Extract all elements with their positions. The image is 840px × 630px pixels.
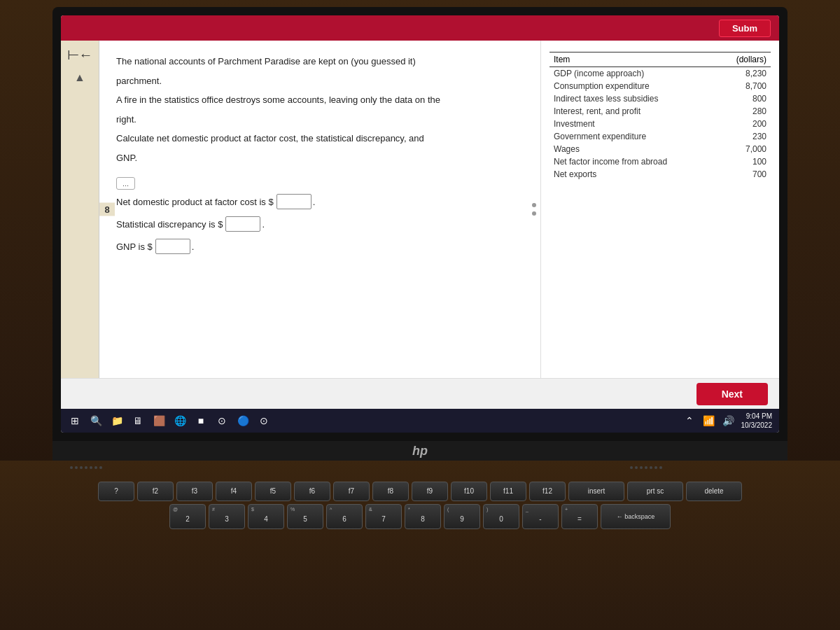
key-prtsc[interactable]: prt sc <box>627 482 683 501</box>
question-line1: The national accounts of Parchment Parad… <box>116 55 524 69</box>
table-row: Wages 7,000 <box>550 143 771 155</box>
key-f6[interactable]: f6 <box>294 482 330 501</box>
screen: Subm ⊢← ▲ 8 The national accounts of Par… <box>61 15 779 433</box>
taskbar-right: ⌃ 📶 🔊 9:04 PM 10/3/2022 <box>682 412 773 430</box>
table-row: Indirect taxes less subsidies 800 <box>550 92 771 105</box>
gnp-input-line: GNP is $ . <box>116 239 524 254</box>
grill-dot <box>654 466 657 469</box>
clock: 9:04 PM 10/3/2022 <box>741 412 773 430</box>
table-row: Consumption expenditure 8,700 <box>550 80 771 92</box>
key-caret-6[interactable]: ^ 6 <box>326 504 363 529</box>
volume-icon[interactable]: 🔊 <box>722 414 736 428</box>
submit-button[interactable]: Subm <box>719 20 771 37</box>
taskbar-icons: ⊞ 🔍 📁 🖥 🟫 🌐 ■ ⊙ 🔵 ⊙ <box>68 414 271 428</box>
key-rparen-0[interactable]: ) 0 <box>483 504 519 529</box>
fn-key-row: ? f2 f3 f4 f5 f6 f7 f8 f9 f10 f11 f12 in… <box>98 482 742 501</box>
app-icon-3[interactable]: 🌐 <box>173 414 187 428</box>
key-hash-3[interactable]: # 3 <box>209 504 245 529</box>
sd-input-line: Statistical discrepancy is $ . <box>116 216 524 232</box>
windows-icon[interactable]: ⊞ <box>68 414 82 428</box>
question-text: The national accounts of Parchment Parad… <box>116 55 524 164</box>
table-cell-value: 230 <box>718 130 771 143</box>
speaker-left <box>70 466 210 473</box>
app-icon-4[interactable]: ■ <box>194 414 208 428</box>
hp-logo-area: hp <box>52 441 788 461</box>
key-at-2[interactable]: @ 2 <box>169 504 206 529</box>
question-line6: GNP. <box>116 151 524 165</box>
speaker-right <box>630 466 770 473</box>
key-delete[interactable]: delete <box>686 482 742 501</box>
key-equals[interactable]: + = <box>561 504 598 529</box>
key-star-8[interactable]: * 8 <box>405 504 441 529</box>
key-f9[interactable]: f9 <box>412 482 448 501</box>
key-f4[interactable]: f4 <box>216 482 252 501</box>
next-button[interactable]: Next <box>696 383 768 405</box>
grill-dot <box>70 466 73 469</box>
ndp-label: Net domestic product at factor cost is $ <box>116 197 274 207</box>
key-f12[interactable]: f12 <box>529 482 566 501</box>
key-f2[interactable]: f2 <box>137 482 174 501</box>
app-icon-5[interactable]: ⊙ <box>215 414 229 428</box>
grill-dot <box>85 466 88 469</box>
table-cell-value: 200 <box>718 118 771 130</box>
table-cell-item: Net exports <box>550 168 718 181</box>
grill-dot <box>99 466 102 469</box>
grill-dot <box>630 466 633 469</box>
question-line5: Calculate net domestic product at factor… <box>116 132 524 146</box>
file-explorer-icon[interactable]: 📁 <box>110 414 124 428</box>
key-f8[interactable]: f8 <box>372 482 409 501</box>
key-backspace[interactable]: ← backspace <box>601 504 671 529</box>
key-f10[interactable]: f10 <box>451 482 487 501</box>
ellipsis-button[interactable]: ... <box>116 177 135 190</box>
key-minus[interactable]: _ - <box>522 504 559 529</box>
app-icon-1[interactable]: 🖥 <box>131 414 145 428</box>
key-f3[interactable]: f3 <box>176 482 213 501</box>
key-dollar-4[interactable]: $ 4 <box>248 504 284 529</box>
question-line4: right. <box>116 113 524 127</box>
table-cell-value: 700 <box>718 168 771 181</box>
table-cell-value: 800 <box>718 92 771 105</box>
gnp-period: . <box>192 241 195 252</box>
table-col1-header: Item <box>550 52 718 67</box>
key-insert[interactable]: insert <box>568 482 624 501</box>
question-line2: parchment. <box>116 74 524 88</box>
table-cell-item: Investment <box>550 118 718 130</box>
app-icon-7[interactable]: ⊙ <box>257 414 271 428</box>
top-bar: Subm <box>61 15 779 41</box>
scroll-up-icon[interactable]: ▲ <box>74 71 85 84</box>
ndp-input[interactable] <box>276 194 312 209</box>
key-f7[interactable]: f7 <box>333 482 370 501</box>
question-panel: 8 The national accounts of Parchment Par… <box>99 41 541 378</box>
table-row: Net factor income from abroad 100 <box>550 155 771 168</box>
gnp-input[interactable] <box>155 239 190 254</box>
key-amp-7[interactable]: & 7 <box>365 504 402 529</box>
search-icon[interactable]: 🔍 <box>89 414 103 428</box>
screen-bezel: Subm ⊢← ▲ 8 The national accounts of Par… <box>52 7 788 441</box>
sd-label: Statistical discrepancy is $ <box>116 219 223 230</box>
table-cell-value: 8,230 <box>718 67 771 80</box>
grill-dot <box>640 466 643 469</box>
date-display: 10/3/2022 <box>741 421 773 430</box>
main-content: ⊢← ▲ 8 The national accounts of Parchmen… <box>61 41 779 378</box>
sd-period: . <box>262 219 265 230</box>
table-row: Net exports 700 <box>550 168 771 181</box>
app-icon-2[interactable]: 🟫 <box>152 414 166 428</box>
number-key-row: @ 2 # 3 $ 4 % 5 ^ 6 & 7 <box>169 504 671 529</box>
wifi-icon[interactable]: 📶 <box>702 414 716 428</box>
sd-input[interactable] <box>225 216 260 232</box>
key-lparen-9[interactable]: ( 9 <box>444 504 480 529</box>
back-arrow-button[interactable]: ⊢← <box>67 46 93 63</box>
table-cell-item: Government expenditure <box>550 130 718 143</box>
table-col2-header: (dollars) <box>718 52 771 67</box>
data-panel: Item (dollars) GDP (income approach) 8,2… <box>541 41 779 378</box>
key-f11[interactable]: f11 <box>490 482 526 501</box>
keyboard-area: ? f2 f3 f4 f5 f6 f7 f8 f9 f10 f11 f12 in… <box>0 461 840 630</box>
system-tray-icon[interactable]: ⌃ <box>682 414 696 428</box>
key-f5[interactable]: f5 <box>255 482 291 501</box>
grill-dot <box>659 466 662 469</box>
key-question[interactable]: ? <box>98 482 134 501</box>
key-percent-5[interactable]: % 5 <box>287 504 323 529</box>
table-cell-value: 280 <box>718 105 771 118</box>
app-icon-6[interactable]: 🔵 <box>236 414 250 428</box>
gnp-label: GNP is $ <box>116 241 153 252</box>
